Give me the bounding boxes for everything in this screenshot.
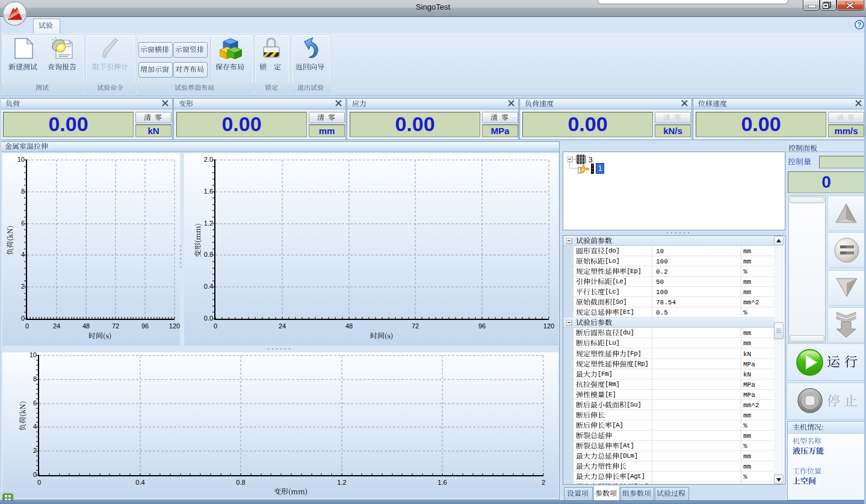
svg-text:?: ?: [858, 21, 862, 28]
